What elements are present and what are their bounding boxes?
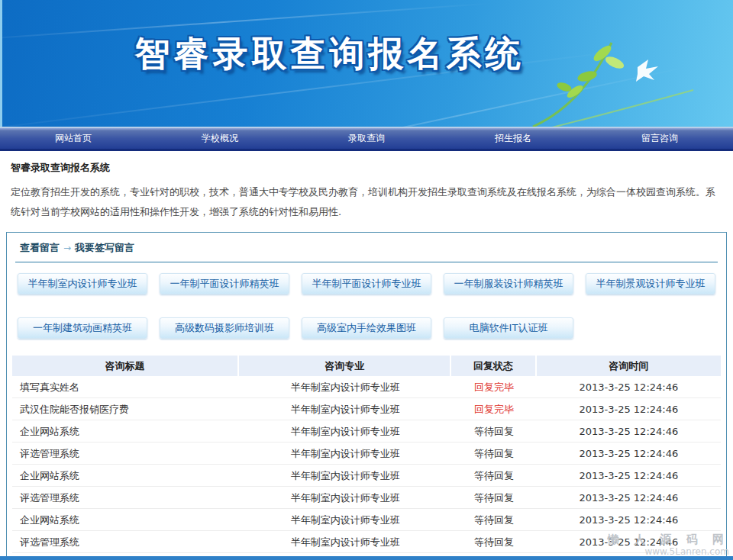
message-time: 2013-3-25 12:24:46 bbox=[537, 509, 721, 530]
category-button[interactable]: 一年制平面设计师精英班 bbox=[160, 273, 289, 294]
category-button[interactable]: 半年制平面设计师专业班 bbox=[302, 273, 431, 294]
table-row: 武汉住院能否报销医疗费 半年制室内设计师专业班 回复完毕 2013-3-25 1… bbox=[12, 398, 721, 420]
status-badge: 等待回复 bbox=[451, 465, 536, 486]
message-time: 2013-3-25 12:24:46 bbox=[537, 487, 721, 508]
table-row: 企业网站系统 半年制室内设计师专业班 等待回复 2013-3-25 12:24:… bbox=[12, 420, 721, 443]
category-button[interactable]: 半年制景观设计师专业班 bbox=[586, 273, 715, 294]
table-row: 评选管理系统 半年制室内设计师专业班 等待回复 2013-3-25 12:24:… bbox=[12, 443, 721, 465]
message-major: 半年制室内设计师专业班 bbox=[239, 509, 451, 530]
message-major: 半年制室内设计师专业班 bbox=[239, 531, 451, 552]
category-button[interactable]: 高级数码摄影师培训班 bbox=[160, 317, 289, 339]
message-title-link[interactable]: 武汉住院能否报销医疗费 bbox=[12, 398, 239, 420]
status-badge: 等待回复 bbox=[451, 531, 536, 552]
table-body: 填写真实姓名 半年制室内设计师专业班 回复完毕 2013-3-25 12:24:… bbox=[12, 376, 721, 553]
message-time: 2013-3-25 12:24:46 bbox=[537, 398, 721, 420]
message-time: 2013-3-25 12:24:46 bbox=[537, 443, 721, 464]
status-badge: 回复完毕 bbox=[451, 398, 536, 420]
message-table: 咨询标题 咨询专业 回复状态 咨询时间 填写真实姓名 半年制室内设计师专业班 回… bbox=[12, 356, 721, 553]
message-title-link[interactable]: 企业网站系统 bbox=[12, 465, 239, 486]
nav-item[interactable]: 学校概况 bbox=[147, 128, 293, 149]
nav-item[interactable]: 网站首页 bbox=[0, 128, 147, 149]
message-title-link[interactable]: 企业网站系统 bbox=[12, 509, 239, 530]
intro-heading: 智睿录取查询报名系统 bbox=[11, 161, 722, 175]
message-major: 半年制室内设计师专业班 bbox=[239, 420, 451, 442]
main-nav: 网站首页 学校概况 录取查询 招生报名 留言咨询 bbox=[0, 127, 733, 151]
category-button[interactable]: 一年制建筑动画精英班 bbox=[18, 317, 147, 339]
message-major: 半年制室内设计师专业班 bbox=[239, 376, 451, 397]
breadcrumb: 查看留言→我要签写留言 bbox=[12, 240, 721, 262]
status-badge: 等待回复 bbox=[451, 443, 536, 464]
banner: 智睿录取查询报名系统 bbox=[0, 0, 733, 127]
category-button[interactable]: 电脑软件IT认证班 bbox=[444, 317, 573, 339]
table-row: 填写真实姓名 半年制室内设计师专业班 回复完毕 2013-3-25 12:24:… bbox=[12, 376, 721, 398]
table-row: 企业网站系统 半年制室内设计师专业班 等待回复 2013-3-25 12:24:… bbox=[12, 465, 721, 487]
message-title-link[interactable]: 评选管理系统 bbox=[12, 487, 239, 508]
message-title-link[interactable]: 评选管理系统 bbox=[12, 531, 239, 552]
header-title: 咨询标题 bbox=[12, 356, 239, 376]
branch-bird-graphic bbox=[529, 37, 705, 127]
status-badge: 等待回复 bbox=[451, 509, 536, 530]
table-row: 评选管理系统 半年制室内设计师专业班 等待回复 2013-3-25 12:24:… bbox=[12, 487, 721, 509]
header-major: 咨询专业 bbox=[239, 356, 451, 376]
header-status: 回复状态 bbox=[451, 356, 536, 376]
header-time: 咨询时间 bbox=[537, 356, 721, 376]
intro-section: 智睿录取查询报名系统 定位教育招生开发的系统，专业针对的职校，技术，普通大中专学… bbox=[0, 151, 733, 228]
table-row: 企业网站系统 半年制室内设计师专业班 等待回复 2013-3-25 12:24:… bbox=[12, 509, 721, 531]
message-title-link[interactable]: 评选管理系统 bbox=[12, 443, 239, 464]
message-time: 2013-3-25 12:24:46 bbox=[537, 465, 721, 486]
status-badge: 等待回复 bbox=[451, 420, 536, 442]
status-badge: 等待回复 bbox=[451, 487, 536, 508]
category-button-grid: 半年制室内设计师专业班 一年制平面设计师精英班 半年制平面设计师专业班 一年制服… bbox=[12, 272, 721, 342]
message-major: 半年制室内设计师专业班 bbox=[239, 443, 451, 464]
category-button[interactable]: 半年制室内设计师专业班 bbox=[18, 273, 147, 294]
watermark: 懒 人 源 码 网 www.5Lanren.com bbox=[608, 533, 729, 557]
nav-item[interactable]: 录取查询 bbox=[293, 128, 440, 149]
message-time: 2013-3-25 12:24:46 bbox=[537, 376, 721, 397]
nav-item[interactable]: 留言咨询 bbox=[586, 128, 733, 149]
table-header-row: 咨询标题 咨询专业 回复状态 咨询时间 bbox=[12, 356, 721, 376]
message-title-link[interactable]: 企业网站系统 bbox=[12, 420, 239, 442]
category-button[interactable]: 一年制服装设计师精英班 bbox=[444, 273, 573, 294]
message-time: 2013-3-25 12:24:46 bbox=[537, 420, 721, 442]
breadcrumb-target-link[interactable]: 我要签写留言 bbox=[75, 242, 134, 253]
breadcrumb-current[interactable]: 查看留言 bbox=[20, 242, 60, 253]
watermark-url: www.5Lanren.com bbox=[608, 546, 729, 557]
message-major: 半年制室内设计师专业班 bbox=[239, 465, 451, 486]
message-major: 半年制室内设计师专业班 bbox=[239, 487, 451, 508]
message-major: 半年制室内设计师专业班 bbox=[239, 398, 451, 420]
category-button[interactable]: 高级室内手绘效果图班 bbox=[302, 317, 431, 339]
watermark-site-name: 懒 人 源 码 网 bbox=[608, 533, 729, 546]
breadcrumb-arrow-icon: → bbox=[60, 243, 75, 253]
intro-paragraph: 定位教育招生开发的系统，专业针对的职校，技术，普通大中专学校及民办教育，培训机构… bbox=[11, 182, 722, 222]
status-badge: 回复完毕 bbox=[451, 376, 536, 397]
message-board-panel: 查看留言→我要签写留言 半年制室内设计师专业班 一年制平面设计师精英班 半年制平… bbox=[6, 232, 727, 560]
message-title-link[interactable]: 填写真实姓名 bbox=[12, 376, 239, 397]
breadcrumb-divider bbox=[15, 262, 718, 262]
nav-item[interactable]: 招生报名 bbox=[440, 128, 586, 149]
